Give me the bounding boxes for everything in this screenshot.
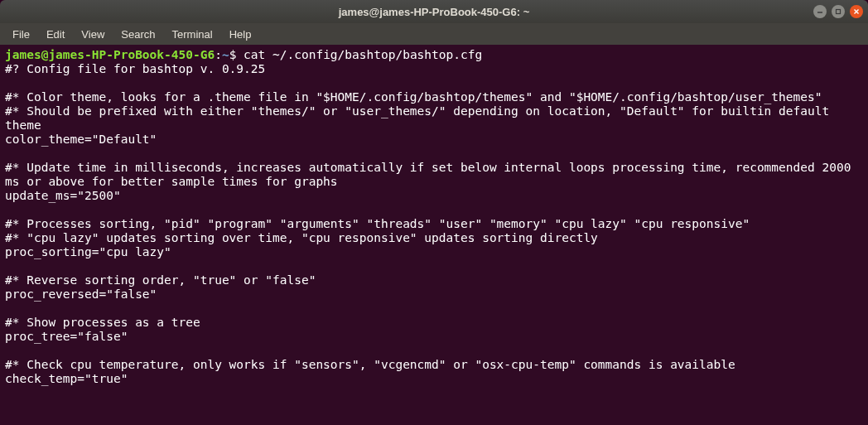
minimize-button[interactable]	[813, 5, 827, 18]
typed-command: cat ~/.config/bashtop/bashtop.cfg	[244, 48, 482, 61]
prompt-dollar: $	[229, 48, 244, 61]
menu-view[interactable]: View	[74, 26, 112, 43]
close-button[interactable]	[850, 5, 863, 18]
titlebar: james@james-HP-ProBook-450-G6: ~	[0, 0, 868, 23]
window-controls	[813, 5, 863, 18]
menu-help[interactable]: Help	[222, 26, 259, 43]
menu-edit[interactable]: Edit	[39, 26, 72, 43]
terminal-output-area[interactable]: james@james-HP-ProBook-450-G6:~$ cat ~/.…	[0, 45, 868, 425]
menu-terminal[interactable]: Terminal	[165, 26, 220, 43]
svg-rect-1	[837, 10, 841, 14]
window-title: james@james-HP-ProBook-450-G6: ~	[0, 6, 868, 18]
prompt-path: ~	[222, 48, 229, 61]
close-icon	[853, 8, 860, 15]
prompt-userhost: james@james-HP-ProBook-450-G6	[5, 48, 215, 61]
maximize-button[interactable]	[832, 5, 845, 18]
minimize-icon	[817, 8, 823, 15]
menu-search[interactable]: Search	[113, 26, 162, 43]
menu-file[interactable]: File	[5, 26, 37, 43]
maximize-icon	[835, 8, 841, 15]
prompt-colon: :	[215, 48, 222, 61]
menubar: File Edit View Search Terminal Help	[0, 23, 868, 45]
command-output: #? Config file for bashtop v. 0.9.25 #* …	[5, 62, 858, 385]
